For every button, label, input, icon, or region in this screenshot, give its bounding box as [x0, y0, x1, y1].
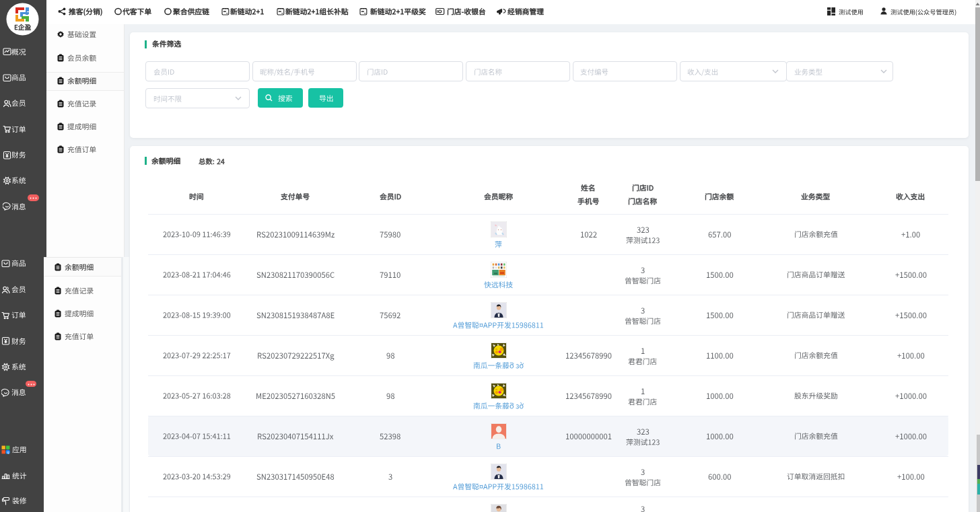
svg-text:q: q — [7, 449, 9, 453]
